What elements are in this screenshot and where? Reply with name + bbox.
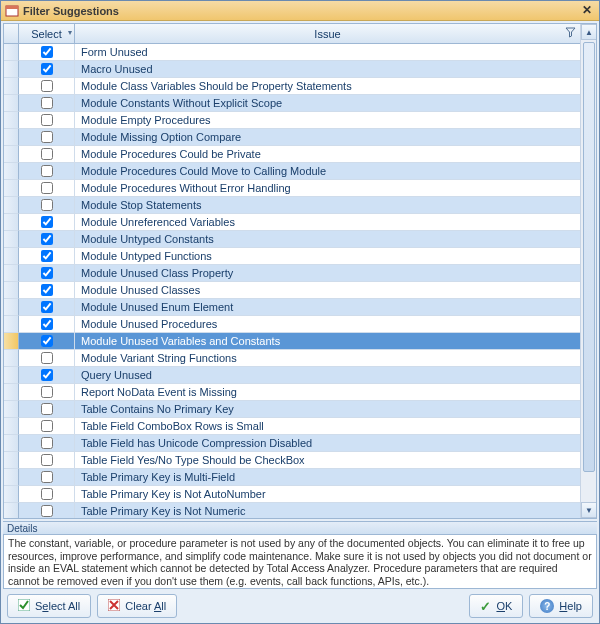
table-row[interactable]: Module Untyped Constants [4,231,580,248]
cell-issue[interactable]: Module Variant String Functions [75,350,580,367]
ok-button[interactable]: ✓ OK [469,594,523,618]
table-row[interactable]: Table Field has Unicode Compression Disa… [4,435,580,452]
cell-issue[interactable]: Table Contains No Primary Key [75,401,580,418]
scroll-up-arrow-icon[interactable]: ▲ [581,24,597,40]
row-selector[interactable] [4,163,19,180]
cell-issue[interactable]: Module Procedures Without Error Handling [75,180,580,197]
row-selector[interactable] [4,469,19,486]
table-row[interactable]: Module Unused Procedures [4,316,580,333]
table-row[interactable]: Module Constants Without Explicit Scope [4,95,580,112]
row-checkbox[interactable] [41,403,53,415]
row-selector[interactable] [4,146,19,163]
row-selector[interactable] [4,299,19,316]
row-checkbox[interactable] [41,471,53,483]
table-row[interactable]: Module Variant String Functions [4,350,580,367]
row-selector[interactable] [4,231,19,248]
row-checkbox[interactable] [41,386,53,398]
row-selector[interactable] [4,61,19,78]
row-checkbox[interactable] [41,454,53,466]
row-checkbox[interactable] [41,250,53,262]
row-selector[interactable] [4,486,19,503]
cell-issue[interactable]: Module Untyped Constants [75,231,580,248]
table-row[interactable]: Report NoData Event is Missing [4,384,580,401]
row-checkbox[interactable] [41,335,53,347]
table-row[interactable]: Module Unused Variables and Constants [4,333,580,350]
row-selector[interactable] [4,418,19,435]
row-selector[interactable] [4,452,19,469]
cell-issue[interactable]: Table Primary Key is Not Numeric [75,503,580,518]
cell-issue[interactable]: Module Procedures Could be Private [75,146,580,163]
row-selector[interactable] [4,316,19,333]
row-checkbox[interactable] [41,284,53,296]
table-row[interactable]: Module Missing Option Compare [4,129,580,146]
cell-issue[interactable]: Query Unused [75,367,580,384]
row-checkbox[interactable] [41,233,53,245]
row-checkbox[interactable] [41,369,53,381]
row-checkbox[interactable] [41,199,53,211]
cell-issue[interactable]: Module Unused Variables and Constants [75,333,580,350]
cell-issue[interactable]: Table Field has Unicode Compression Disa… [75,435,580,452]
row-selector[interactable] [4,44,19,61]
cell-issue[interactable]: Module Stop Statements [75,197,580,214]
cell-issue[interactable]: Module Procedures Could Move to Calling … [75,163,580,180]
table-row[interactable]: Table Primary Key is Not AutoNumber [4,486,580,503]
chevron-down-icon[interactable]: ▾ [68,28,72,37]
row-checkbox[interactable] [41,420,53,432]
row-checkbox[interactable] [41,488,53,500]
cell-issue[interactable]: Module Unused Class Property [75,265,580,282]
table-row[interactable]: Macro Unused [4,61,580,78]
table-row[interactable]: Module Unused Class Property [4,265,580,282]
row-selector[interactable] [4,367,19,384]
table-row[interactable]: Module Procedures Without Error Handling [4,180,580,197]
clear-all-button[interactable]: Clear All [97,594,177,618]
row-selector[interactable] [4,112,19,129]
row-selector[interactable] [4,401,19,418]
table-row[interactable]: Module Procedures Could Move to Calling … [4,163,580,180]
row-selector[interactable] [4,350,19,367]
cell-issue[interactable]: Table Primary Key is Multi-Field [75,469,580,486]
cell-issue[interactable]: Table Primary Key is Not AutoNumber [75,486,580,503]
row-checkbox[interactable] [41,352,53,364]
table-row[interactable]: Query Unused [4,367,580,384]
row-selector[interactable] [4,333,19,350]
cell-issue[interactable]: Macro Unused [75,61,580,78]
cell-issue[interactable]: Module Unused Classes [75,282,580,299]
row-selector[interactable] [4,95,19,112]
row-checkbox[interactable] [41,80,53,92]
row-checkbox[interactable] [41,165,53,177]
row-selector[interactable] [4,435,19,452]
table-row[interactable]: Table Field Yes/No Type Should be CheckB… [4,452,580,469]
row-selector[interactable] [4,129,19,146]
table-row[interactable]: Table Primary Key is Not Numeric [4,503,580,518]
row-selector[interactable] [4,180,19,197]
row-checkbox[interactable] [41,437,53,449]
table-row[interactable]: Module Stop Statements [4,197,580,214]
filter-icon[interactable] [565,27,576,40]
select-all-button[interactable]: Select All [7,594,91,618]
cell-issue[interactable]: Form Unused [75,44,580,61]
row-checkbox[interactable] [41,505,53,517]
cell-issue[interactable]: Module Empty Procedures [75,112,580,129]
row-selector[interactable] [4,214,19,231]
scroll-thumb[interactable] [583,42,595,472]
col-header-select[interactable]: Select ▾ [19,24,75,43]
row-selector[interactable] [4,282,19,299]
vertical-scrollbar[interactable]: ▲ ▼ [580,24,596,518]
table-row[interactable]: Module Empty Procedures [4,112,580,129]
row-checkbox[interactable] [41,318,53,330]
cell-issue[interactable]: Module Class Variables Should be Propert… [75,78,580,95]
row-checkbox[interactable] [41,301,53,313]
table-row[interactable]: Table Primary Key is Multi-Field [4,469,580,486]
row-checkbox[interactable] [41,97,53,109]
row-selector[interactable] [4,265,19,282]
cell-issue[interactable]: Module Untyped Functions [75,248,580,265]
col-header-issue[interactable]: Issue [75,24,580,43]
row-checkbox[interactable] [41,148,53,160]
table-row[interactable]: Table Field ComboBox Rows is Small [4,418,580,435]
cell-issue[interactable]: Module Unreferenced Variables [75,214,580,231]
table-row[interactable]: Module Unreferenced Variables [4,214,580,231]
row-selector[interactable] [4,78,19,95]
table-row[interactable]: Table Contains No Primary Key [4,401,580,418]
table-row[interactable]: Form Unused [4,44,580,61]
table-row[interactable]: Module Class Variables Should be Propert… [4,78,580,95]
